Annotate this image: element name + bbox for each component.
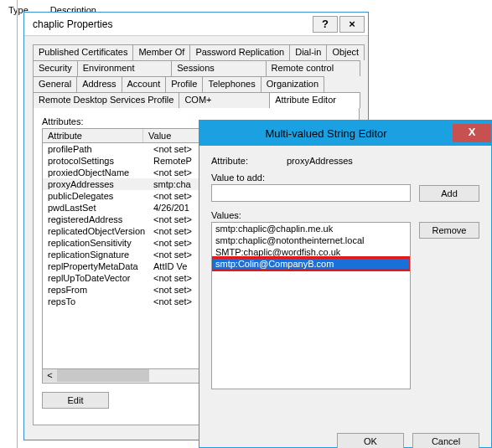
tab-profile[interactable]: Profile bbox=[165, 76, 203, 92]
tab-address[interactable]: Address bbox=[76, 76, 122, 92]
add-button[interactable]: Add bbox=[419, 185, 479, 202]
properties-title: chaplic Properties bbox=[33, 18, 311, 30]
tab-account[interactable]: Account bbox=[122, 76, 167, 92]
ok-button[interactable]: OK bbox=[337, 433, 404, 448]
close-button[interactable]: X bbox=[453, 124, 491, 142]
tab-member-of[interactable]: Member Of bbox=[132, 44, 190, 60]
tab-row-4: Remote Desktop Services Profile COM+ Att… bbox=[33, 92, 360, 108]
tab-object[interactable]: Object bbox=[326, 44, 365, 60]
values-side-buttons: Remove bbox=[419, 222, 479, 389]
cancel-button[interactable]: Cancel bbox=[412, 433, 479, 448]
string-editor-body: Attribute: proxyAddresses Value to add: … bbox=[199, 146, 491, 398]
value-to-add-label: Value to add: bbox=[211, 173, 479, 183]
string-editor-titlebar[interactable]: Multi-valued String Editor X bbox=[199, 121, 491, 146]
tab-remote-control[interactable]: Remote control bbox=[266, 60, 360, 76]
attribute-label: Attribute: bbox=[211, 156, 287, 166]
tab-rds-profile[interactable]: Remote Desktop Services Profile bbox=[33, 92, 179, 108]
scroll-thumb[interactable] bbox=[57, 369, 149, 382]
tab-sessions[interactable]: Sessions bbox=[171, 60, 266, 76]
tab-row-2: Security Environment Sessions Remote con… bbox=[33, 60, 360, 76]
attribute-row: Attribute: proxyAddresses bbox=[211, 156, 479, 166]
value-to-add-input[interactable] bbox=[211, 184, 411, 202]
remove-button[interactable]: Remove bbox=[419, 222, 479, 239]
tab-com-plus[interactable]: COM+ bbox=[179, 92, 270, 108]
values-wrap: smtp:chaplic@chaplin.me.uk smtp:chaplic@… bbox=[211, 222, 479, 389]
string-editor-window: Multi-valued String Editor X Attribute: … bbox=[199, 120, 492, 448]
close-button[interactable]: × bbox=[339, 16, 365, 33]
tab-environment[interactable]: Environment bbox=[77, 60, 172, 76]
list-item[interactable]: smtp:chaplic@chaplin.me.uk bbox=[212, 223, 410, 234]
tab-general[interactable]: General bbox=[33, 76, 77, 92]
scroll-left-icon[interactable]: < bbox=[43, 369, 57, 382]
tab-telephones[interactable]: Telephones bbox=[202, 76, 261, 92]
tab-security[interactable]: Security bbox=[33, 60, 78, 76]
values-label: Values: bbox=[211, 210, 479, 220]
list-item-selected[interactable]: smtp:Colin@CompanyB.com bbox=[212, 258, 410, 270]
tab-dial-in[interactable]: Dial-in bbox=[289, 44, 327, 60]
list-item[interactable]: SMTP:chaplic@wordfish.co.uk bbox=[212, 246, 410, 258]
string-editor-title: Multi-valued String Editor bbox=[199, 127, 453, 140]
values-list[interactable]: smtp:chaplic@chaplin.me.uk smtp:chaplic@… bbox=[211, 222, 411, 389]
col-attribute[interactable]: Attribute bbox=[43, 129, 143, 142]
edit-button[interactable]: Edit bbox=[42, 392, 109, 409]
properties-titlebar[interactable]: chaplic Properties ? × bbox=[24, 13, 368, 36]
tab-row-3: General Address Account Profile Telephon… bbox=[33, 76, 360, 92]
tab-published-certificates[interactable]: Published Certificates bbox=[33, 44, 133, 60]
bg-divider bbox=[17, 0, 18, 448]
help-button[interactable]: ? bbox=[313, 16, 338, 33]
list-item[interactable]: smtp:chaplic@notontheinternet.local bbox=[212, 234, 410, 246]
attribute-value: proxyAddresses bbox=[287, 156, 353, 166]
tab-attribute-editor[interactable]: Attribute Editor bbox=[269, 92, 360, 108]
value-to-add-row: Add bbox=[211, 184, 479, 202]
tab-organization[interactable]: Organization bbox=[261, 76, 324, 92]
dialog-buttons: OK Cancel bbox=[199, 421, 491, 448]
tab-row-1: Published Certificates Member Of Passwor… bbox=[33, 44, 360, 60]
tab-password-replication[interactable]: Password Replication bbox=[189, 44, 290, 60]
